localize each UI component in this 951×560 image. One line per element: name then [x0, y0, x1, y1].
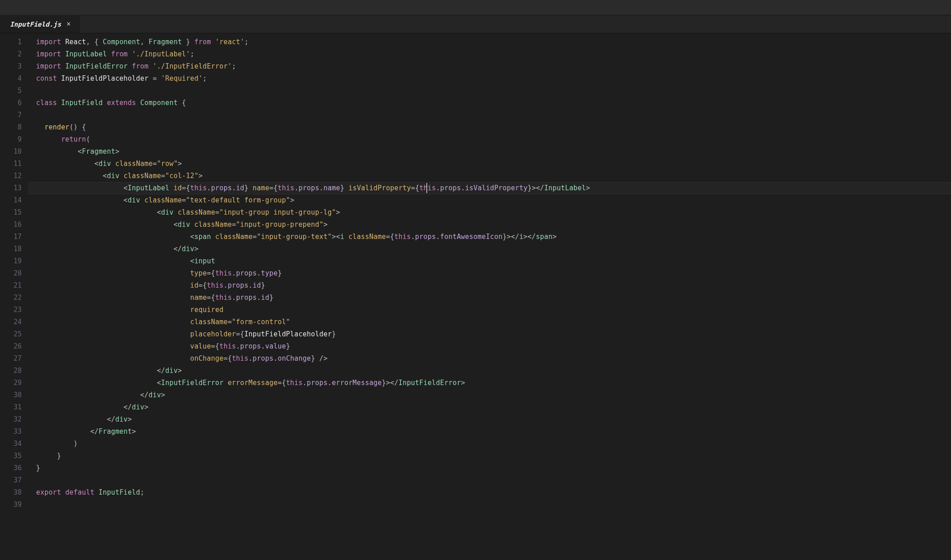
line-number: 27: [0, 353, 22, 365]
line-number: 10: [0, 146, 22, 158]
line-number: 13: [0, 182, 22, 194]
line-number: 21: [0, 280, 22, 292]
line-number: 24: [0, 316, 22, 328]
line-number: 28: [0, 365, 22, 377]
line-number: 39: [0, 499, 22, 511]
line-number: 15: [0, 207, 22, 219]
line-number: 36: [0, 462, 22, 474]
source-code[interactable]: import React, { Component, Fragment } fr…: [36, 36, 951, 499]
tab-inputfield-js[interactable]: InputField.js ×: [0, 15, 79, 33]
editor-window: InputField.js × 123456789101112131415161…: [0, 0, 951, 560]
line-number: 4: [0, 73, 22, 85]
line-number: 9: [0, 133, 22, 146]
line-number: 14: [0, 194, 22, 207]
line-number: 3: [0, 60, 22, 73]
line-number: 11: [0, 158, 22, 170]
line-number: 35: [0, 450, 22, 462]
line-number: 38: [0, 487, 22, 499]
line-number: 32: [0, 413, 22, 426]
line-number: 23: [0, 304, 22, 316]
line-number: 6: [0, 97, 22, 109]
line-number: 1: [0, 36, 22, 48]
line-number: 5: [0, 85, 22, 97]
tab-label: InputField.js: [10, 21, 61, 28]
close-icon[interactable]: ×: [67, 21, 71, 28]
line-number: 19: [0, 255, 22, 267]
line-number: 12: [0, 170, 22, 182]
line-number: 8: [0, 121, 22, 133]
line-number: 33: [0, 426, 22, 438]
code-area[interactable]: import React, { Component, Fragment } fr…: [28, 33, 951, 560]
line-number: 26: [0, 340, 22, 353]
line-number: 22: [0, 292, 22, 304]
line-number: 20: [0, 267, 22, 280]
line-number: 30: [0, 389, 22, 401]
line-number: 25: [0, 328, 22, 340]
line-number: 37: [0, 474, 22, 487]
line-number: 17: [0, 231, 22, 243]
line-number: 7: [0, 109, 22, 121]
line-number: 29: [0, 377, 22, 389]
system-titlebar: [0, 0, 951, 15]
tab-strip: InputField.js ×: [0, 15, 951, 33]
line-number: 2: [0, 48, 22, 60]
line-number: 34: [0, 438, 22, 450]
line-number: 16: [0, 219, 22, 231]
line-number: 18: [0, 243, 22, 255]
code-editor[interactable]: 1234567891011121314151617181920212223242…: [0, 33, 951, 560]
line-number-gutter: 1234567891011121314151617181920212223242…: [0, 33, 28, 560]
line-number: 31: [0, 401, 22, 413]
